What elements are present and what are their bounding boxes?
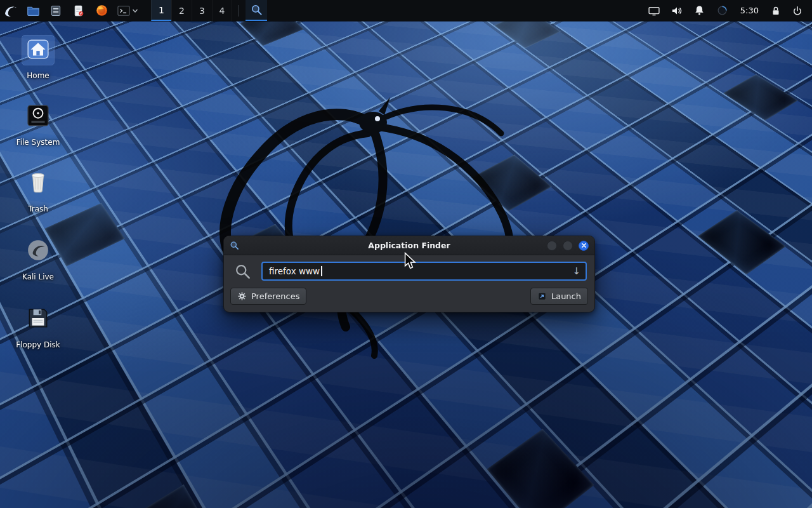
file-manager-button[interactable] bbox=[22, 0, 44, 21]
desktop-icon-file-system[interactable]: File System bbox=[3, 102, 73, 147]
kali-live-icon bbox=[26, 238, 50, 262]
text-caret bbox=[321, 266, 322, 276]
file-system-icon bbox=[26, 104, 50, 128]
notifications-button[interactable] bbox=[688, 0, 711, 21]
dark-cube bbox=[723, 74, 798, 121]
desktop-icon-label: Home bbox=[27, 71, 49, 80]
action-row: Preferences Launch bbox=[230, 288, 588, 305]
dark-cube bbox=[487, 429, 594, 508]
window-title: Application Finder bbox=[224, 241, 594, 250]
search-input-text: firefox www bbox=[269, 266, 320, 276]
desktop-screen: 1 2 3 4 bbox=[0, 0, 812, 508]
maximize-button[interactable] bbox=[563, 241, 573, 251]
power-manager-icon bbox=[716, 4, 728, 17]
file-cabinet-icon bbox=[49, 4, 62, 17]
trash-icon bbox=[26, 170, 50, 194]
firefox-icon bbox=[95, 4, 108, 17]
workspace-pager: 1 2 3 4 bbox=[151, 0, 232, 21]
display-indicator-button[interactable] bbox=[643, 0, 665, 21]
arrow-down-icon[interactable]: ↓ bbox=[572, 267, 580, 276]
top-panel: 1 2 3 4 bbox=[0, 0, 812, 21]
clock[interactable]: 5:30 bbox=[734, 6, 765, 15]
window-search-icon bbox=[230, 241, 239, 250]
lock-icon bbox=[770, 5, 782, 17]
workspace-3-button[interactable]: 3 bbox=[192, 0, 212, 21]
launch-icon bbox=[537, 291, 547, 301]
lock-screen-button[interactable] bbox=[765, 0, 787, 21]
dark-cube bbox=[112, 485, 219, 508]
gear-icon bbox=[237, 291, 247, 301]
workspace-4-button[interactable]: 4 bbox=[212, 0, 232, 21]
home-icon bbox=[26, 37, 50, 61]
close-button[interactable] bbox=[579, 241, 589, 251]
text-editor-button[interactable] bbox=[67, 0, 90, 21]
desktop-icon-label: Kali Live bbox=[22, 272, 54, 281]
application-finder-task-button[interactable] bbox=[246, 0, 267, 21]
volume-icon bbox=[671, 4, 683, 17]
search-icon bbox=[234, 263, 251, 280]
logout-button[interactable] bbox=[787, 0, 808, 21]
file-manager-icon bbox=[27, 4, 40, 17]
desktop-icon-label: Floppy Disk bbox=[16, 340, 60, 349]
firefox-button[interactable] bbox=[90, 0, 113, 21]
files-cabinet-button[interactable] bbox=[44, 0, 67, 21]
window-controls bbox=[547, 241, 589, 251]
workspace-2-button[interactable]: 2 bbox=[171, 0, 192, 21]
terminal-button[interactable] bbox=[113, 0, 142, 21]
terminal-icon bbox=[117, 4, 131, 17]
desktop-icon-label: File System bbox=[16, 138, 60, 147]
bell-icon bbox=[693, 4, 705, 17]
mouse-cursor bbox=[403, 252, 417, 270]
application-finder-icon bbox=[251, 4, 263, 16]
minimize-button[interactable] bbox=[547, 241, 557, 251]
desktop-icon-home[interactable]: Home bbox=[3, 36, 73, 80]
desktop-icon-label: Trash bbox=[28, 204, 48, 213]
display-icon bbox=[648, 4, 660, 17]
preferences-button[interactable]: Preferences bbox=[230, 288, 306, 305]
preferences-label: Preferences bbox=[251, 291, 299, 301]
volume-button[interactable] bbox=[665, 0, 688, 21]
logout-icon bbox=[792, 5, 803, 17]
launch-label: Launch bbox=[551, 291, 581, 301]
application-finder-window: Application Finder firefox www bbox=[223, 236, 595, 312]
power-manager-button[interactable] bbox=[711, 0, 734, 21]
desktop-icon-kali-live[interactable]: Kali Live bbox=[3, 237, 73, 281]
close-icon bbox=[581, 243, 587, 248]
kali-logo-icon bbox=[3, 3, 18, 18]
terminal-dropdown-chevron-icon[interactable] bbox=[132, 8, 138, 14]
text-editor-icon bbox=[72, 4, 85, 17]
search-input[interactable]: firefox www ↓ bbox=[261, 262, 587, 281]
system-tray: 5:30 bbox=[643, 0, 812, 21]
panel-separator bbox=[239, 5, 239, 17]
kali-dragon-watermark bbox=[155, 60, 599, 359]
dark-cube bbox=[698, 210, 786, 275]
floppy-disk-icon bbox=[26, 306, 50, 330]
launch-button[interactable]: Launch bbox=[530, 288, 588, 305]
desktop-icon-trash[interactable]: Trash bbox=[3, 169, 73, 213]
desktop-icon-floppy-disk[interactable]: Floppy Disk bbox=[3, 305, 73, 349]
kali-menu-button[interactable] bbox=[0, 0, 22, 21]
workspace-1-button[interactable]: 1 bbox=[151, 0, 171, 21]
